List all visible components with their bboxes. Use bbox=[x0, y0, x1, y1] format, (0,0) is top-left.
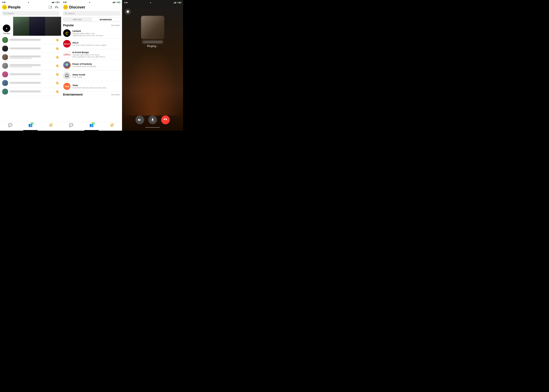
status-bar-2: 3:42 ➤ ∿ bbox=[61, 0, 122, 4]
business-item-carhartt[interactable]: C Carhartt Typically replies within a da… bbox=[61, 28, 122, 39]
signal-2 bbox=[112, 2, 115, 3]
search-icon-2: 🔍 bbox=[65, 12, 67, 14]
business-desc2-innout: Have a question? Call us at 1-800-786-10… bbox=[72, 56, 120, 58]
popular-label: Popular bbox=[63, 24, 74, 27]
business-logo-carhartt: C bbox=[63, 29, 71, 37]
search-placeholder-1: Search bbox=[7, 12, 14, 14]
svg-rect-0 bbox=[49, 6, 51, 8]
battery-2 bbox=[117, 2, 120, 3]
header-actions-1 bbox=[48, 5, 59, 9]
business-desc-positivity: The Official Power of Positivity... bbox=[72, 65, 120, 68]
contact-item[interactable]: 👋 bbox=[0, 53, 61, 62]
business-item-innout[interactable]: IN-N-OUT HAMBURGERS In-N-Out Burger Typi… bbox=[61, 49, 122, 60]
discover-scroll: Popular See More C Carhartt Typically re… bbox=[61, 23, 122, 122]
business-logo-positivity: 🌍 bbox=[63, 61, 71, 69]
nav-people-1[interactable]: 👥 130 bbox=[28, 123, 33, 127]
your-story-label: Your Story bbox=[3, 33, 10, 34]
story-thumb-3[interactable] bbox=[45, 17, 61, 36]
wifi-1: ∿ bbox=[54, 1, 56, 3]
app-logo-2: 😊 bbox=[63, 5, 68, 10]
business-desc2-carhartt: Outworking Them All for over 125 years. bbox=[72, 35, 120, 37]
call-controls bbox=[135, 115, 170, 124]
nav-people-2[interactable]: 👥 131 bbox=[89, 123, 94, 127]
nav-discover-1[interactable]: 🧭 bbox=[49, 123, 53, 127]
chat-icon-1: 💬 bbox=[8, 123, 12, 127]
end-call-button[interactable] bbox=[161, 115, 170, 124]
wave-icon[interactable]: 👋 bbox=[56, 56, 59, 59]
business-item-aclu[interactable]: ACLU ACLU The ACLU works tirelessly in c… bbox=[61, 39, 122, 49]
wave-icon[interactable]: 👋 bbox=[56, 90, 59, 93]
contact-name-area bbox=[10, 64, 54, 67]
nav-chat-1[interactable]: 💬 bbox=[8, 123, 12, 127]
tasty-logo-text: Tasty bbox=[63, 83, 70, 90]
story-thumb-1[interactable] bbox=[13, 17, 29, 36]
business-item-tasty[interactable]: Tasty Tasty Food that'll make you close … bbox=[61, 81, 122, 92]
search-bar-1[interactable]: 🔍 Search bbox=[2, 11, 59, 16]
business-name-positivity: Power of Positivity bbox=[72, 63, 120, 65]
chat-icon-2: 💬 bbox=[69, 123, 73, 127]
status-icons-3: ∿ bbox=[174, 2, 181, 4]
business-info-innout: In-N-Out Burger Typically replies within… bbox=[72, 51, 120, 58]
story-thumb-2[interactable] bbox=[29, 17, 45, 36]
contact-name-area bbox=[10, 73, 54, 75]
business-logo-innout: IN-N-OUT HAMBURGERS bbox=[63, 51, 71, 58]
see-more-popular[interactable]: See More bbox=[111, 24, 120, 27]
wave-icon[interactable]: 👋 bbox=[56, 81, 59, 85]
wave-icon[interactable]: 👋 bbox=[56, 64, 59, 68]
mute-button[interactable] bbox=[148, 115, 157, 124]
business-item-positivity[interactable]: 🌍 Power of Positivity The Official Power… bbox=[61, 60, 122, 70]
business-info-carhartt: Carhartt Typically replies within a day … bbox=[72, 30, 120, 37]
contact-item[interactable]: 👋 bbox=[0, 79, 61, 87]
battery-1 bbox=[56, 2, 59, 3]
home-indicator-1 bbox=[23, 130, 38, 131]
tab-for-you[interactable]: FOR YOU bbox=[63, 18, 91, 21]
see-more-entertainment[interactable]: See More bbox=[111, 93, 120, 96]
wifi-3: ∿ bbox=[176, 2, 178, 4]
people-header: 😊 People bbox=[0, 4, 61, 11]
business-item-samy[interactable]: 🎧 Samy Irssak DJ & Produc... bbox=[61, 70, 122, 81]
business-desc-samy: DJ & Produc... bbox=[72, 76, 120, 78]
nav-discover-2[interactable]: 🧭 bbox=[110, 123, 114, 127]
call-avatar-blur bbox=[141, 16, 164, 39]
home-indicator-3 bbox=[145, 127, 160, 128]
popular-section-header: Popular See More bbox=[61, 23, 122, 28]
page-title-discover: Discover bbox=[69, 5, 120, 9]
contact-name-area bbox=[10, 82, 54, 84]
avatar bbox=[2, 71, 8, 77]
business-logo-tasty: Tasty bbox=[63, 83, 71, 90]
people-badge-2: 131 bbox=[91, 122, 95, 124]
avatar bbox=[2, 80, 8, 86]
contacts-icon[interactable] bbox=[48, 5, 53, 9]
business-desc-aclu: The ACLU works tirelessly in courts, leg… bbox=[72, 44, 120, 46]
people-badge-1: 130 bbox=[30, 122, 34, 124]
app-logo-1: 😊 bbox=[2, 5, 7, 10]
wave-icon[interactable]: 👋 bbox=[56, 47, 59, 50]
avatar bbox=[2, 89, 8, 95]
svg-rect-8 bbox=[152, 118, 153, 120]
discover-tabs: FOR YOU BUSINESSES bbox=[63, 17, 120, 22]
avatar bbox=[2, 45, 8, 52]
add-story-btn[interactable]: + Your Story bbox=[0, 17, 13, 36]
search-bar-2[interactable]: 🔍 Search bbox=[63, 11, 120, 16]
page-title-people: People bbox=[8, 5, 47, 9]
svg-text:C: C bbox=[65, 31, 69, 35]
contact-item[interactable]: 👋 bbox=[0, 36, 61, 44]
tab-businesses[interactable]: BUSINESSES bbox=[91, 18, 120, 21]
nav-chat-2[interactable]: 💬 bbox=[69, 123, 73, 127]
contact-name-area bbox=[10, 91, 54, 93]
add-friend-icon[interactable] bbox=[54, 5, 59, 9]
wave-icon[interactable]: 👋 bbox=[56, 73, 59, 76]
entertainment-label: Entertainment bbox=[63, 93, 83, 96]
business-name-aclu: ACLU bbox=[72, 42, 120, 44]
contact-item[interactable]: 👋 bbox=[0, 44, 61, 53]
wifi-2: ∿ bbox=[115, 1, 117, 3]
wave-icon[interactable]: 👋 bbox=[56, 38, 59, 42]
bottom-nav-2: 💬 👥 131 🧭 bbox=[61, 122, 122, 129]
contact-item[interactable]: 👋 bbox=[0, 62, 61, 70]
status-icons-1: ∿ bbox=[52, 1, 59, 3]
contact-item[interactable]: 👋 bbox=[0, 70, 61, 79]
home-indicator-2 bbox=[84, 130, 99, 131]
contact-item[interactable]: 👋 bbox=[0, 87, 61, 96]
speaker-button[interactable] bbox=[135, 115, 144, 124]
call-top: Ringing... bbox=[122, 4, 183, 48]
